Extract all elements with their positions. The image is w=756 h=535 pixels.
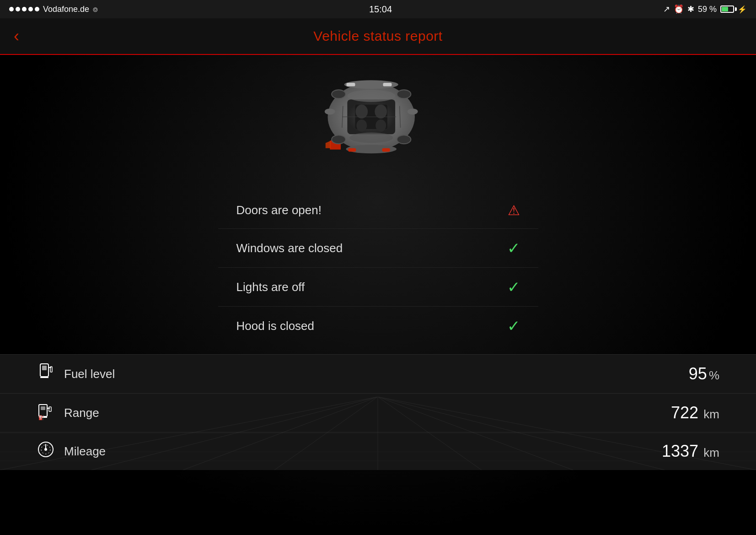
battery-icon: ⚡ bbox=[720, 5, 747, 14]
metric-fuel-left: Fuel level bbox=[37, 363, 115, 385]
page-title: Vehicle status report bbox=[313, 28, 442, 44]
svg-point-16 bbox=[407, 108, 418, 114]
svg-point-3 bbox=[349, 133, 393, 143]
lights-label: Lights are off bbox=[236, 280, 305, 294]
svg-point-21 bbox=[397, 90, 410, 98]
windows-check-icon: ✓ bbox=[507, 239, 520, 257]
fuel-value: 95% bbox=[689, 364, 719, 384]
fuel-icon bbox=[37, 363, 55, 385]
car-container bbox=[0, 55, 756, 183]
windows-label: Windows are closed bbox=[236, 241, 343, 255]
svg-point-2 bbox=[347, 90, 395, 102]
main-content: Doors are open! ⚠ Windows are closed ✓ L… bbox=[0, 55, 756, 535]
doors-warning-icon: ⚠ bbox=[508, 202, 520, 218]
svg-text:⛽: ⛽ bbox=[38, 415, 44, 420]
svg-point-23 bbox=[397, 135, 410, 144]
alarm-icon: ⏰ bbox=[674, 4, 684, 14]
status-right: ↗ ⏰ ✱ 59 % ⚡ bbox=[663, 4, 747, 14]
metric-mileage-left: Mileage bbox=[37, 441, 106, 462]
range-value: 722 km bbox=[671, 403, 719, 422]
svg-rect-14 bbox=[382, 148, 390, 152]
svg-rect-11 bbox=[346, 83, 355, 86]
svg-point-20 bbox=[332, 90, 345, 98]
metric-mileage: Mileage 1337 km bbox=[0, 432, 756, 470]
svg-rect-44 bbox=[49, 407, 51, 411]
battery-percent: 59 % bbox=[698, 5, 717, 14]
svg-rect-12 bbox=[383, 83, 391, 86]
status-item-windows: Windows are closed ✓ bbox=[218, 229, 538, 268]
svg-point-7 bbox=[356, 119, 367, 132]
car-image bbox=[287, 73, 470, 174]
status-item-doors: Doors are open! ⚠ bbox=[218, 192, 538, 229]
svg-rect-37 bbox=[42, 366, 47, 370]
metrics-section: Fuel level 95% ⛽ Range bbox=[0, 354, 756, 470]
svg-rect-42 bbox=[41, 406, 45, 410]
range-label: Range bbox=[64, 406, 99, 420]
metric-range-left: ⛽ Range bbox=[37, 402, 99, 424]
odometer-icon bbox=[37, 441, 55, 462]
location-icon: ↗ bbox=[663, 4, 670, 14]
signal-dots bbox=[9, 7, 39, 11]
fuel-label: Fuel level bbox=[64, 367, 115, 381]
status-item-lights: Lights are off ✓ bbox=[218, 268, 538, 307]
status-item-hood: Hood is closed ✓ bbox=[218, 307, 538, 345]
hood-check-icon: ✓ bbox=[507, 317, 520, 335]
hood-label: Hood is closed bbox=[236, 319, 315, 333]
metric-range: ⛽ Range 722 km bbox=[0, 394, 756, 432]
mileage-label: Mileage bbox=[64, 444, 106, 459]
svg-point-15 bbox=[324, 108, 335, 114]
status-list: Doors are open! ⚠ Windows are closed ✓ L… bbox=[218, 192, 538, 345]
back-button[interactable]: ‹ bbox=[14, 28, 19, 44]
mileage-value: 1337 km bbox=[662, 442, 719, 461]
carrier-name: Vodafone.de bbox=[43, 5, 89, 14]
car-svg bbox=[287, 73, 451, 165]
doors-label: Doors are open! bbox=[236, 203, 322, 217]
time-display: 15:04 bbox=[369, 4, 392, 15]
range-icon: ⛽ bbox=[37, 402, 55, 424]
status-left: Vodafone.de ⌾ bbox=[9, 5, 98, 14]
lights-check-icon: ✓ bbox=[507, 278, 520, 296]
svg-rect-13 bbox=[348, 148, 356, 152]
svg-point-6 bbox=[375, 105, 387, 119]
metric-fuel: Fuel level 95% bbox=[0, 355, 756, 394]
bluetooth-icon: ✱ bbox=[687, 4, 694, 14]
svg-point-22 bbox=[332, 135, 345, 144]
svg-point-8 bbox=[375, 119, 386, 132]
header: ‹ Vehicle status report bbox=[0, 18, 756, 55]
status-bar: Vodafone.de ⌾ 15:04 ↗ ⏰ ✱ 59 % ⚡ bbox=[0, 0, 756, 18]
wifi-icon: ⌾ bbox=[93, 5, 98, 14]
svg-point-5 bbox=[355, 105, 368, 119]
